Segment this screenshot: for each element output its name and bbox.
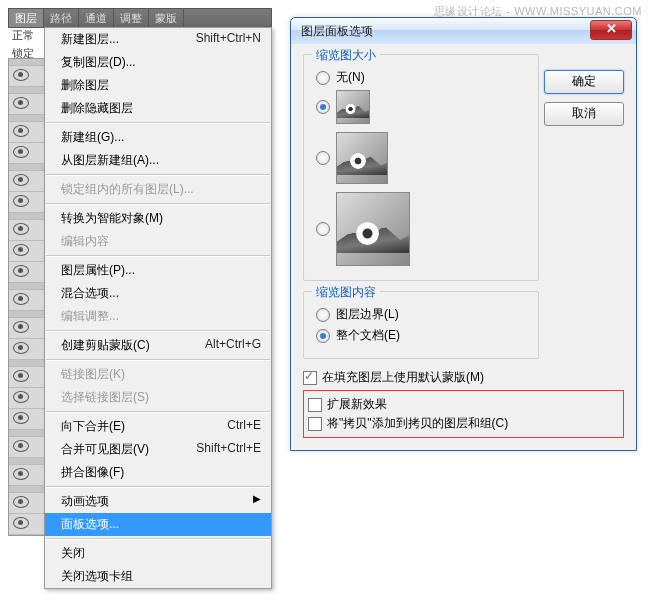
highlighted-options: 扩展新效果 将"拷贝"添加到拷贝的图层和组(C) (303, 390, 624, 438)
thumb-preview-large (336, 192, 410, 266)
menu-create-clipping-mask[interactable]: 创建剪贴蒙版(C)Alt+Ctrl+G (45, 334, 271, 357)
ok-button[interactable]: 确定 (544, 70, 624, 94)
menu-close[interactable]: 关闭 (45, 542, 271, 565)
visibility-icon[interactable] (13, 412, 27, 422)
visibility-icon[interactable] (13, 244, 27, 254)
radio-none-label: 无(N) (336, 69, 365, 86)
menu-edit-adjustment: 编辑调整... (45, 305, 271, 328)
visibility-icon[interactable] (13, 440, 27, 450)
visibility-icon[interactable] (13, 97, 27, 107)
menu-new-group-from[interactable]: 从图层新建组(A)... (45, 149, 271, 172)
tab-adjust[interactable]: 调整 (114, 9, 149, 27)
menu-select-linked: 选择链接图层(S) (45, 386, 271, 409)
visibility-icon[interactable] (13, 321, 27, 331)
menu-edit-contents: 编辑内容 (45, 230, 271, 253)
visibility-icon[interactable] (13, 517, 27, 527)
visibility-icon[interactable] (13, 342, 27, 352)
radio-layer-bounds[interactable] (316, 308, 330, 322)
menu-blending-options[interactable]: 混合选项... (45, 282, 271, 305)
visibility-icon[interactable] (13, 293, 27, 303)
menu-flatten[interactable]: 拼合图像(F) (45, 461, 271, 484)
visibility-icon[interactable] (13, 125, 27, 135)
radio-none[interactable] (316, 71, 330, 85)
tab-channels[interactable]: 通道 (79, 9, 114, 27)
layers-panel-menu: 新建图层...Shift+Ctrl+N 复制图层(D)... 删除图层 删除隐藏… (44, 27, 272, 589)
menu-duplicate-layer[interactable]: 复制图层(D)... (45, 51, 271, 74)
checkbox-expand-effects-label: 扩展新效果 (327, 396, 387, 413)
menu-new-group[interactable]: 新建组(G)... (45, 126, 271, 149)
thumbnail-content-group: 缩览图内容 图层边界(L) 整个文档(E) (303, 291, 539, 359)
dialog-titlebar[interactable]: 图层面板选项 ✕ (291, 18, 636, 44)
menu-merge-down[interactable]: 向下合并(E)Ctrl+E (45, 415, 271, 438)
radio-layer-bounds-label: 图层边界(L) (336, 306, 399, 323)
visibility-icon[interactable] (13, 223, 27, 233)
visibility-icon[interactable] (13, 391, 27, 401)
visibility-icon[interactable] (13, 496, 27, 506)
menu-animation-options[interactable]: 动画选项▶ (45, 490, 271, 513)
checkbox-default-mask[interactable] (303, 371, 317, 385)
menu-panel-options[interactable]: 面板选项... (45, 513, 271, 536)
tab-paths[interactable]: 路径 (44, 9, 79, 27)
menu-delete-hidden[interactable]: 删除隐藏图层 (45, 97, 271, 120)
visibility-icon[interactable] (13, 370, 27, 380)
dialog-title: 图层面板选项 (301, 23, 373, 40)
menu-close-tab-group[interactable]: 关闭选项卡组 (45, 565, 271, 588)
tab-masks[interactable]: 蒙版 (149, 9, 184, 27)
visibility-icon[interactable] (13, 69, 27, 79)
panel-options-dialog: 图层面板选项 ✕ 确定 取消 缩览图大小 无(N) (290, 17, 637, 451)
radio-size-small[interactable] (316, 100, 330, 114)
panel-tabs: 图层 路径 通道 调整 蒙版 (8, 8, 272, 28)
close-button[interactable]: ✕ (590, 20, 632, 40)
cancel-button[interactable]: 取消 (544, 102, 624, 126)
thumb-preview-medium (336, 132, 388, 184)
menu-lock-all-in-group: 锁定组内的所有图层(L)... (45, 178, 271, 201)
checkbox-add-copy[interactable] (308, 417, 322, 431)
thumbnail-content-legend: 缩览图内容 (312, 284, 380, 301)
visibility-icon[interactable] (13, 174, 27, 184)
checkbox-expand-effects[interactable] (308, 398, 322, 412)
thumbnail-size-group: 缩览图大小 无(N) (303, 54, 539, 281)
radio-entire-document-label: 整个文档(E) (336, 327, 400, 344)
radio-entire-document[interactable] (316, 329, 330, 343)
menu-layer-properties[interactable]: 图层属性(P)... (45, 259, 271, 282)
thumbnail-size-legend: 缩览图大小 (312, 47, 380, 64)
radio-size-large[interactable] (316, 222, 330, 236)
thumb-preview-small (336, 90, 370, 124)
blend-mode-label: 正常 (12, 28, 34, 43)
radio-size-medium[interactable] (316, 151, 330, 165)
visibility-icon[interactable] (13, 468, 27, 478)
menu-convert-smart-object[interactable]: 转换为智能对象(M) (45, 207, 271, 230)
menu-new-layer[interactable]: 新建图层...Shift+Ctrl+N (45, 28, 271, 51)
visibility-icon[interactable] (13, 195, 27, 205)
menu-delete-layer[interactable]: 删除图层 (45, 74, 271, 97)
menu-merge-visible[interactable]: 合并可见图层(V)Shift+Ctrl+E (45, 438, 271, 461)
layers-panel-strip (8, 58, 46, 536)
menu-link-layers: 链接图层(K) (45, 363, 271, 386)
visibility-icon[interactable] (13, 146, 27, 156)
checkbox-default-mask-label: 在填充图层上使用默认蒙版(M) (322, 369, 484, 386)
visibility-icon[interactable] (13, 265, 27, 275)
tab-layers[interactable]: 图层 (9, 9, 44, 27)
checkbox-add-copy-label: 将"拷贝"添加到拷贝的图层和组(C) (327, 415, 508, 432)
